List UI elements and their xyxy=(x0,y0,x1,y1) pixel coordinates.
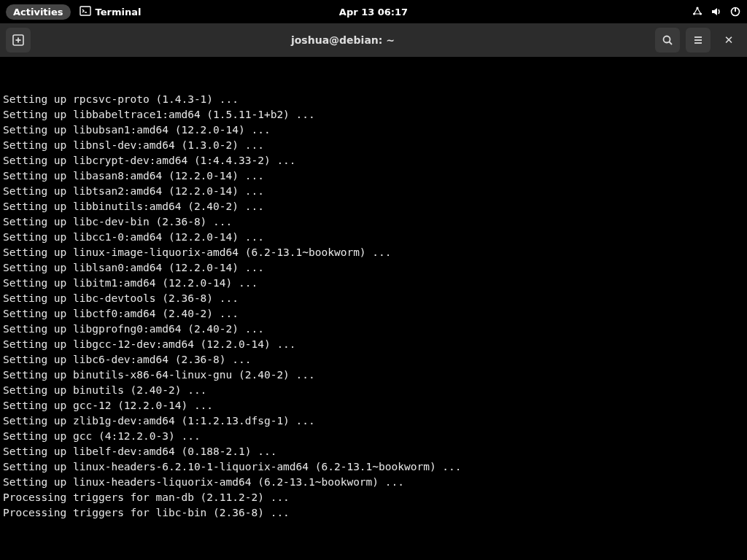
output-line: Setting up libasan8:amd64 (12.2.0-14) ..… xyxy=(3,168,744,184)
app-indicator[interactable]: Terminal xyxy=(80,5,142,19)
output-line: Setting up linux-image-liquorix-amd64 (6… xyxy=(3,245,744,260)
power-icon[interactable] xyxy=(729,6,741,18)
output-line: Processing triggers for man-db (2.11.2-2… xyxy=(3,490,744,505)
output-line: Setting up libgcc-12-dev:amd64 (12.2.0-1… xyxy=(3,337,744,352)
output-line: Processing triggers for libc-bin (2.36-8… xyxy=(3,505,744,521)
window-titlebar: joshua@debian: ~ ✕ xyxy=(0,23,747,57)
close-icon: ✕ xyxy=(724,34,734,47)
output-line: Setting up libbabeltrace1:amd64 (1.5.11-… xyxy=(3,107,744,122)
terminal-output[interactable]: Setting up rpcsvc-proto (1.4.3-1) ...Set… xyxy=(0,57,747,560)
output-line: Setting up gcc-12 (12.2.0-14) ... xyxy=(3,398,744,413)
output-line: Setting up libc-dev-bin (2.36-8) ... xyxy=(3,214,744,230)
window-title: joshua@debian: ~ xyxy=(36,34,649,46)
output-line: Setting up linux-headers-liquorix-amd64 … xyxy=(3,475,744,490)
output-line: Setting up liblsan0:amd64 (12.2.0-14) ..… xyxy=(3,260,744,276)
output-line: Setting up libcc1-0:amd64 (12.2.0-14) ..… xyxy=(3,230,744,245)
activities-button[interactable]: Activities xyxy=(6,4,71,20)
svg-rect-0 xyxy=(80,7,90,15)
app-name-label: Terminal xyxy=(96,7,142,18)
output-line: Setting up libubsan1:amd64 (12.2.0-14) .… xyxy=(3,122,744,138)
output-line: Setting up gcc (4:12.2.0-3) ... xyxy=(3,429,744,444)
menu-button[interactable] xyxy=(686,28,711,52)
network-icon[interactable] xyxy=(692,6,703,18)
output-line: Setting up libnsl-dev:amd64 (1.3.0-2) ..… xyxy=(3,138,744,153)
search-button[interactable] xyxy=(655,28,680,52)
output-line: Setting up libelf-dev:amd64 (0.188-2.1) … xyxy=(3,444,744,459)
output-line: Setting up libc-devtools (2.36-8) ... xyxy=(3,291,744,306)
output-line: Setting up binutils-x86-64-linux-gnu (2.… xyxy=(3,368,744,383)
close-button[interactable]: ✕ xyxy=(716,28,741,52)
new-tab-button[interactable] xyxy=(6,28,31,52)
output-line: Setting up libtsan2:amd64 (12.2.0-14) ..… xyxy=(3,184,744,199)
terminal-icon xyxy=(80,5,91,19)
output-line: Setting up binutils (2.40-2) ... xyxy=(3,383,744,398)
output-line: Setting up libcrypt-dev:amd64 (1:4.4.33-… xyxy=(3,153,744,168)
output-line: Setting up libitm1:amd64 (12.2.0-14) ... xyxy=(3,276,744,291)
svg-point-10 xyxy=(664,36,670,43)
volume-icon[interactable] xyxy=(711,6,722,18)
clock[interactable]: Apr 13 06:17 xyxy=(339,7,408,18)
gnome-topbar: Activities Terminal Apr 13 06:17 xyxy=(0,0,747,23)
svg-line-11 xyxy=(670,42,673,45)
output-line: Setting up libbinutils:amd64 (2.40-2) ..… xyxy=(3,199,744,214)
output-line: Setting up rpcsvc-proto (1.4.3-1) ... xyxy=(3,92,744,107)
output-line: Setting up libgprofng0:amd64 (2.40-2) ..… xyxy=(3,322,744,337)
output-line: Setting up zlib1g-dev:amd64 (1:1.2.13.df… xyxy=(3,413,744,429)
output-line: Setting up libc6-dev:amd64 (2.36-8) ... xyxy=(3,352,744,368)
output-line: Setting up libctf0:amd64 (2.40-2) ... xyxy=(3,306,744,322)
terminal-window: joshua@debian: ~ ✕ Setting up rpcsvc-pro… xyxy=(0,23,747,560)
output-line: Setting up linux-headers-6.2.10-1-liquor… xyxy=(3,459,744,475)
